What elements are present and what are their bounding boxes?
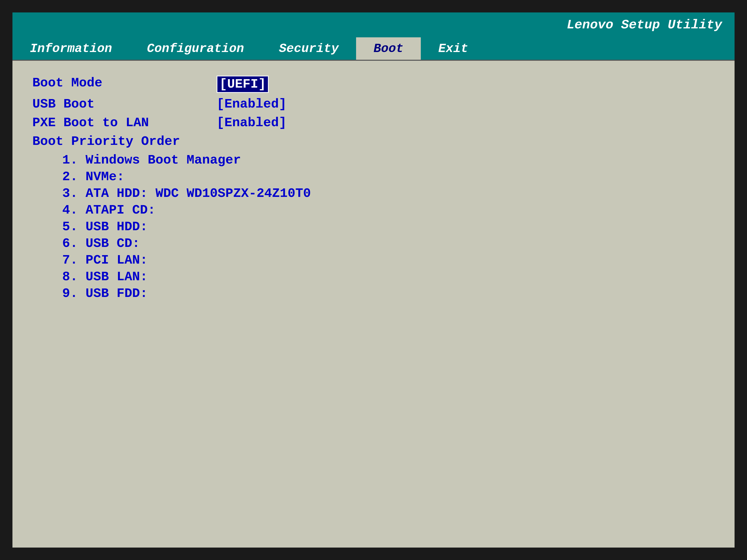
tab-security[interactable]: Security	[261, 37, 356, 60]
usb-boot-value[interactable]: [Enabled]	[216, 97, 287, 111]
boot-priority-item-8[interactable]: 8. USB LAN:	[32, 270, 715, 284]
pxe-boot-label: PXE Boot to LAN	[32, 115, 207, 130]
boot-priority-item-4[interactable]: 4. ATAPI CD:	[32, 203, 715, 217]
boot-priority-item-6[interactable]: 6. USB CD:	[32, 236, 715, 251]
boot-priority-item-3[interactable]: 3. ATA HDD: WDC WD10SPZX-24Z10T0	[32, 186, 715, 201]
boot-mode-label: Boot Mode	[32, 76, 207, 90]
usb-boot-label: USB Boot	[32, 97, 207, 111]
boot-priority-item-2[interactable]: 2. NVMe:	[32, 169, 715, 184]
top-header: Lenovo Setup Utility	[12, 12, 735, 37]
pxe-boot-row[interactable]: PXE Boot to LAN [Enabled]	[32, 115, 715, 130]
nav-bar: Information Configuration Security Boot …	[12, 37, 735, 60]
boot-priority-item-9[interactable]: 9. USB FDD:	[32, 286, 715, 301]
boot-mode-value[interactable]: [UEFI]	[216, 76, 269, 93]
bios-screen: Lenovo Setup Utility Information Configu…	[12, 12, 735, 548]
tab-exit[interactable]: Exit	[421, 37, 486, 60]
tab-configuration[interactable]: Configuration	[129, 37, 261, 60]
main-content: Boot Mode [UEFI] USB Boot [Enabled] PXE …	[12, 61, 735, 548]
tab-information[interactable]: Information	[12, 37, 129, 60]
brand-title: Lenovo Setup Utility	[567, 18, 722, 32]
boot-priority-item-7[interactable]: 7. PCI LAN:	[32, 253, 715, 268]
boot-mode-row[interactable]: Boot Mode [UEFI]	[32, 76, 715, 93]
boot-priority-item-5[interactable]: 5. USB HDD:	[32, 219, 715, 234]
usb-boot-row[interactable]: USB Boot [Enabled]	[32, 97, 715, 111]
boot-priority-item-1[interactable]: 1. Windows Boot Manager	[32, 153, 715, 167]
tab-boot[interactable]: Boot	[356, 37, 421, 60]
pxe-boot-value[interactable]: [Enabled]	[216, 115, 287, 130]
boot-priority-label: Boot Priority Order	[32, 134, 715, 149]
